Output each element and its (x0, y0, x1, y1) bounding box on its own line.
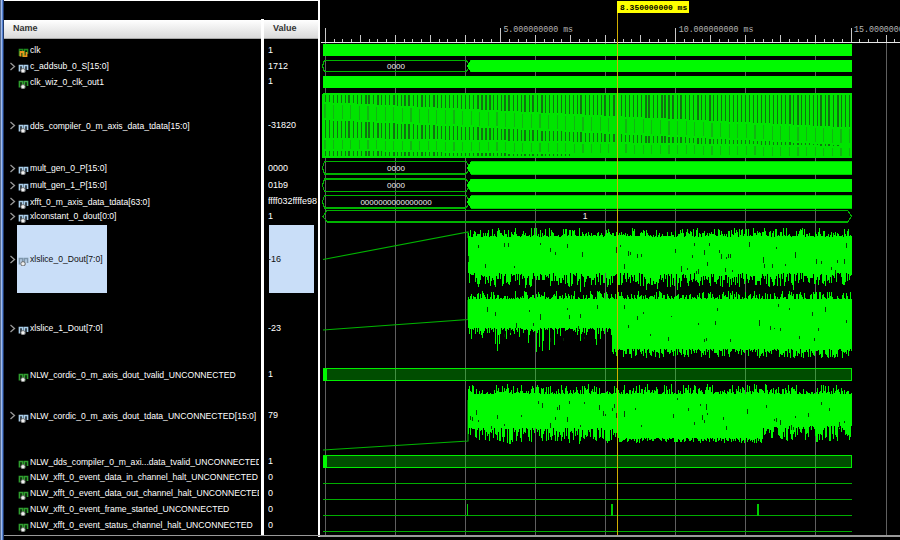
svg-text:0000: 0000 (387, 62, 405, 71)
svg-text:8.350000000 ms: 8.350000000 ms (620, 3, 687, 12)
svg-text:5.000000000 ms: 5.000000000 ms (503, 25, 573, 34)
svg-text:10.000000000 ms: 10.000000000 ms (679, 25, 754, 34)
svg-text:0000: 0000 (387, 181, 405, 190)
svg-text:0000: 0000 (387, 164, 405, 173)
svg-text:0000000000000000: 0000000000000000 (360, 198, 432, 207)
svg-text:15.0000000: 15.0000000 (854, 25, 900, 34)
svg-text:1: 1 (583, 211, 588, 221)
